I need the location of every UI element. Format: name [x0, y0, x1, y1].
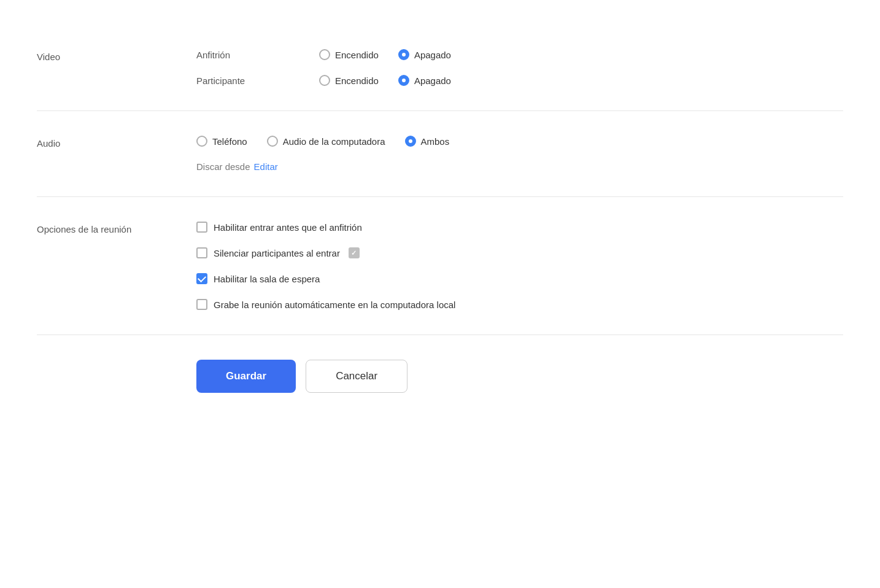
- host-video-on-label[interactable]: Encendido: [335, 50, 379, 60]
- participant-video-row: Participante Encendido Apagado: [196, 75, 843, 86]
- waiting-room-option[interactable]: Habilitar la sala de espera: [196, 273, 843, 284]
- computer-audio-radio[interactable]: [267, 136, 278, 147]
- both-audio-radio[interactable]: [405, 136, 416, 147]
- host-label: Anfitrión: [196, 50, 319, 60]
- mute-participants-option[interactable]: Silenciar participantes al entrar ✓: [196, 247, 843, 258]
- participant-video-off-label[interactable]: Apagado: [414, 75, 451, 86]
- participant-video-off-option[interactable]: Apagado: [398, 75, 451, 86]
- both-audio-option[interactable]: Ambos: [405, 136, 450, 147]
- waiting-room-label[interactable]: Habilitar la sala de espera: [214, 274, 320, 284]
- participant-video-radio-group: Encendido Apagado: [319, 75, 451, 86]
- participant-video-off-radio[interactable]: [398, 75, 409, 86]
- computer-audio-label[interactable]: Audio de la computadora: [283, 136, 385, 147]
- auto-record-option[interactable]: Grabe la reunión automáticamente en la c…: [196, 299, 843, 310]
- discar-row: Discar desde Editar: [196, 161, 843, 172]
- discar-label: Discar desde: [196, 161, 250, 172]
- host-video-radio-group: Encendido Apagado: [319, 49, 451, 60]
- auto-record-label[interactable]: Grabe la reunión automáticamente en la c…: [214, 300, 455, 310]
- host-video-on-radio[interactable]: [319, 49, 330, 60]
- participant-label: Participante: [196, 75, 319, 86]
- save-button[interactable]: Guardar: [196, 360, 296, 393]
- participant-video-on-label[interactable]: Encendido: [335, 75, 379, 86]
- enable-join-before-host-option[interactable]: Habilitar entrar antes que el anfitrión: [196, 222, 843, 233]
- editar-link[interactable]: Editar: [254, 161, 278, 172]
- host-video-off-option[interactable]: Apagado: [398, 49, 451, 60]
- telephone-radio[interactable]: [196, 136, 207, 147]
- enable-join-before-host-checkbox[interactable]: [196, 222, 207, 233]
- mute-participants-label[interactable]: Silenciar participantes al entrar: [214, 248, 340, 258]
- audio-section-label: Audio: [37, 136, 196, 149]
- audio-section: Audio Teléfono Audio de la computadora A…: [37, 111, 843, 197]
- waiting-room-checkbox[interactable]: [196, 273, 207, 284]
- audio-radio-group: Teléfono Audio de la computadora Ambos: [196, 136, 843, 147]
- meeting-options-content: Habilitar entrar antes que el anfitrión …: [196, 222, 843, 310]
- meeting-options-section-label: Opciones de la reunión: [37, 222, 196, 234]
- video-options: Anfitrión Encendido Apagado Participante: [196, 49, 843, 86]
- action-buttons: Guardar Cancelar: [196, 335, 843, 417]
- telephone-label[interactable]: Teléfono: [212, 136, 247, 147]
- telephone-option[interactable]: Teléfono: [196, 136, 247, 147]
- meeting-options-section: Opciones de la reunión Habilitar entrar …: [37, 197, 843, 335]
- both-audio-label[interactable]: Ambos: [421, 136, 450, 147]
- participant-video-on-radio[interactable]: [319, 75, 330, 86]
- enable-join-before-host-label[interactable]: Habilitar entrar antes que el anfitrión: [214, 222, 362, 233]
- mute-participants-info-icon[interactable]: ✓: [349, 247, 360, 258]
- host-video-on-option[interactable]: Encendido: [319, 49, 379, 60]
- video-section-label: Video: [37, 49, 196, 62]
- participant-video-on-option[interactable]: Encendido: [319, 75, 379, 86]
- host-video-row: Anfitrión Encendido Apagado: [196, 49, 843, 60]
- cancel-button[interactable]: Cancelar: [306, 360, 407, 393]
- computer-audio-option[interactable]: Audio de la computadora: [267, 136, 385, 147]
- audio-options: Teléfono Audio de la computadora Ambos D…: [196, 136, 843, 172]
- mute-participants-checkbox[interactable]: [196, 247, 207, 258]
- video-section: Video Anfitrión Encendido Apagado: [37, 25, 843, 111]
- host-video-off-label[interactable]: Apagado: [414, 50, 451, 60]
- auto-record-checkbox[interactable]: [196, 299, 207, 310]
- host-video-off-radio[interactable]: [398, 49, 409, 60]
